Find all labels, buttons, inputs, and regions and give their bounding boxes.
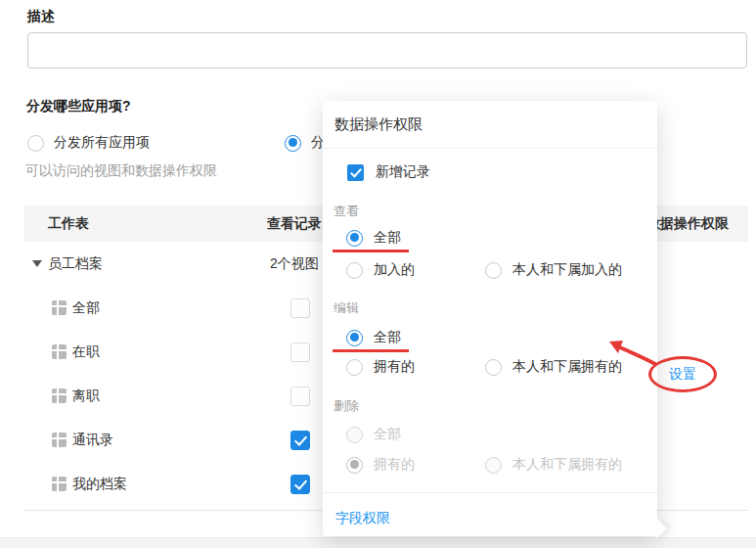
view-checkbox[interactable] bbox=[290, 431, 310, 450]
worksheet-name: 员工档案 bbox=[48, 255, 103, 273]
view-name: 通讯录 bbox=[72, 432, 113, 449]
col-data-permission: 数据操作权限 bbox=[646, 215, 729, 233]
add-record-row[interactable]: 新增记录 bbox=[335, 163, 430, 181]
red-underline-annotation bbox=[333, 250, 409, 252]
view-name: 离职 bbox=[72, 388, 100, 405]
views-count: 2个视图 bbox=[270, 255, 319, 273]
access-caption: 可以访问的视图和数据操作权限 bbox=[25, 162, 217, 180]
option-label: 加入的 bbox=[374, 261, 415, 279]
field-permission-link[interactable]: 字段权限 bbox=[335, 510, 390, 527]
option-delete-owned: 拥有的 bbox=[335, 456, 415, 474]
modal-title: 数据操作权限 bbox=[334, 115, 422, 134]
radio-selected-apps[interactable] bbox=[285, 135, 301, 152]
option-delete-all: 全部 bbox=[335, 426, 401, 443]
settings-link[interactable]: 设置 bbox=[669, 366, 696, 384]
option-label: 全部 bbox=[374, 329, 401, 346]
view-name: 在职 bbox=[72, 343, 100, 361]
radio-icon[interactable] bbox=[346, 359, 363, 376]
radio-disabled-selected-icon bbox=[346, 457, 363, 474]
col-worksheet: 工作表 bbox=[48, 215, 244, 233]
option-view-self-subordinates[interactable]: 本人和下属加入的 bbox=[474, 261, 622, 279]
option-label: 本人和下属加入的 bbox=[512, 261, 622, 279]
divider bbox=[323, 492, 657, 493]
option-label: 本人和下属拥有的 bbox=[512, 456, 622, 474]
option-view-all[interactable]: 全部 bbox=[335, 229, 401, 247]
view-checkbox[interactable] bbox=[290, 342, 310, 362]
option-label: 全部 bbox=[374, 229, 401, 247]
checked-checkbox-icon[interactable] bbox=[347, 164, 364, 181]
settings-circle-annotation: 设置 bbox=[648, 356, 717, 392]
option-label: 拥有的 bbox=[374, 358, 415, 376]
view-checkbox[interactable] bbox=[290, 387, 310, 406]
radio-disabled-icon bbox=[346, 427, 363, 443]
red-underline-annotation bbox=[333, 349, 409, 352]
option-edit-all[interactable]: 全部 bbox=[335, 329, 401, 346]
description-input[interactable] bbox=[27, 32, 747, 68]
radio-icon[interactable] bbox=[485, 359, 502, 376]
radio-icon[interactable] bbox=[485, 262, 502, 279]
view-name: 全部 bbox=[72, 299, 100, 317]
option-edit-owned[interactable]: 拥有的 bbox=[335, 358, 415, 376]
group-label-edit: 编辑 bbox=[334, 299, 359, 317]
collapse-triangle-icon[interactable] bbox=[32, 260, 42, 267]
option-label: 全部 bbox=[374, 426, 401, 443]
description-label: 描述 bbox=[27, 8, 55, 25]
divider bbox=[323, 148, 657, 149]
view-grid-icon bbox=[52, 477, 67, 491]
option-view-joined[interactable]: 加入的 bbox=[335, 261, 415, 279]
group-label-view: 查看 bbox=[334, 203, 359, 220]
radio-disabled-icon bbox=[485, 457, 502, 474]
radio-icon[interactable] bbox=[346, 262, 363, 279]
add-record-label: 新增记录 bbox=[376, 163, 430, 181]
option-delete-self-subordinates: 本人和下属拥有的 bbox=[474, 456, 622, 474]
radio-selected-icon[interactable] bbox=[346, 230, 363, 247]
radio-all-apps[interactable] bbox=[27, 135, 44, 152]
radio-selected-icon[interactable] bbox=[346, 330, 363, 346]
view-checkbox[interactable] bbox=[290, 475, 310, 494]
group-label-delete: 删除 bbox=[334, 397, 359, 415]
view-grid-icon bbox=[52, 300, 67, 315]
view-checkbox[interactable] bbox=[290, 298, 310, 318]
distribute-question: 分发哪些应用项? bbox=[26, 98, 131, 115]
data-permission-modal: 数据操作权限 新增记录 查看 全部 加入的 本人和下属加入的 编辑 全部 拥有的 bbox=[323, 101, 657, 536]
option-edit-self-subordinates[interactable]: 本人和下属拥有的 bbox=[474, 358, 622, 376]
option-label: 拥有的 bbox=[374, 456, 415, 474]
view-name: 我的档案 bbox=[72, 476, 127, 493]
view-grid-icon bbox=[52, 344, 67, 359]
footer-strip bbox=[0, 537, 756, 548]
view-grid-icon bbox=[52, 388, 67, 403]
view-grid-icon bbox=[52, 433, 67, 447]
radio-all-apps-label[interactable]: 分发所有应用项 bbox=[54, 134, 150, 152]
